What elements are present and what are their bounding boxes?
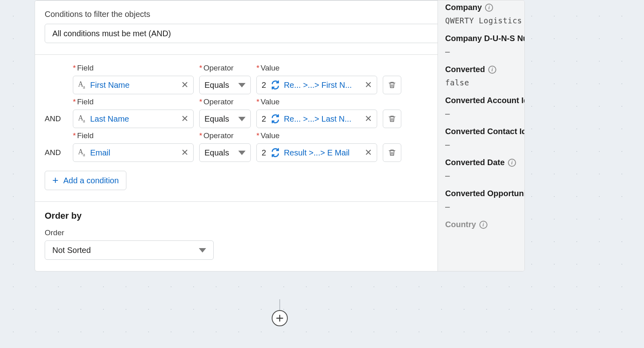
- chevron-down-icon: [238, 151, 246, 155]
- field-value: Email: [90, 148, 110, 157]
- chevron-down-icon: [238, 83, 246, 87]
- loop-icon: [270, 147, 281, 158]
- inspector-property: Converted Opportunit... –: [445, 189, 525, 211]
- property-value: –: [445, 109, 525, 118]
- property-value: –: [445, 140, 525, 149]
- clear-field-icon[interactable]: ✕: [180, 114, 189, 123]
- add-condition-label: Add a condition: [63, 176, 119, 185]
- inspector-property: Converted Account Id i –: [445, 96, 525, 118]
- text-type-icon: Aa: [78, 80, 87, 90]
- property-value: false: [445, 78, 525, 87]
- delete-col: [383, 99, 401, 128]
- field-col: *Field Aa Last Name ✕: [73, 97, 194, 128]
- operator-select[interactable]: Equals: [199, 110, 251, 128]
- clear-value-icon[interactable]: ✕: [364, 114, 373, 123]
- property-label: Company i: [445, 3, 525, 12]
- operator-select[interactable]: Equals: [199, 76, 251, 94]
- property-label: Converted Date i: [445, 158, 525, 167]
- clear-value-icon[interactable]: ✕: [364, 148, 373, 157]
- operator-col: *Operator Equals: [199, 131, 251, 162]
- inspector-property: Converted i false: [445, 65, 525, 87]
- text-type-icon: Aa: [78, 148, 87, 158]
- field-label: *Field: [73, 131, 194, 140]
- property-label: Converted Contact Id i: [445, 127, 525, 136]
- value-path: Result >...> E Mail: [284, 148, 349, 157]
- order-selected: Not Sorted: [52, 246, 91, 255]
- inspector-panel: Company i QWERTY Logistics Company D-U-N…: [438, 0, 525, 271]
- loop-icon: [270, 80, 281, 90]
- value-prefix: 2: [262, 114, 266, 124]
- field-value: Last Name: [90, 114, 129, 124]
- clear-field-icon[interactable]: ✕: [180, 148, 189, 157]
- value-input[interactable]: 2 Re... >...> Last N... ✕: [256, 110, 377, 128]
- value-prefix: 2: [262, 81, 266, 90]
- loop-icon: [270, 114, 281, 124]
- value-input[interactable]: 2 Re... >...> First N... ✕: [256, 76, 377, 94]
- chevron-down-icon: [199, 248, 206, 253]
- property-value: –: [445, 202, 525, 211]
- inspector-property: Converted Contact Id i –: [445, 127, 525, 149]
- property-label: Converted i: [445, 65, 525, 74]
- delete-row-button[interactable]: [383, 76, 401, 94]
- property-value: –: [445, 171, 525, 180]
- operator-label: *Operator: [199, 64, 251, 72]
- filter-card: Conditions to filter the objects All con…: [35, 0, 525, 271]
- chevron-down-icon: [238, 117, 246, 121]
- field-input[interactable]: Aa Email ✕: [73, 143, 194, 162]
- value-label: *Value: [256, 64, 377, 72]
- connector-stem: [279, 299, 280, 311]
- add-node-button[interactable]: [272, 310, 288, 326]
- condition-and-label: [45, 89, 67, 94]
- order-select[interactable]: Not Sorted: [45, 240, 214, 260]
- operator-label: *Operator: [199, 97, 251, 106]
- plus-icon: +: [52, 175, 58, 185]
- operator-value: Equals: [204, 148, 229, 157]
- info-icon[interactable]: i: [479, 221, 487, 229]
- operator-value: Equals: [204, 114, 229, 124]
- operator-label: *Operator: [199, 131, 251, 140]
- value-col: *Value 2 Re... >...> Last N... ✕: [256, 97, 377, 128]
- operator-col: *Operator Equals: [199, 97, 251, 128]
- add-condition-button[interactable]: + Add a condition: [45, 171, 126, 190]
- inspector-property: Country i: [445, 220, 525, 229]
- delete-row-button[interactable]: [383, 143, 401, 162]
- delete-col: [383, 65, 401, 94]
- field-col: *Field Aa Email ✕: [73, 131, 194, 162]
- info-icon[interactable]: i: [485, 4, 493, 12]
- property-label: Company D-U-N-S Nu...: [445, 34, 525, 43]
- operator-select[interactable]: Equals: [199, 143, 251, 162]
- field-input[interactable]: Aa First Name ✕: [73, 76, 194, 94]
- info-icon[interactable]: i: [508, 159, 516, 167]
- value-label: *Value: [256, 97, 377, 106]
- property-value: QWERTY Logistics: [445, 16, 525, 25]
- filter-logic-selected: All conditions must be met (AND): [52, 29, 171, 38]
- value-prefix: 2: [262, 148, 266, 157]
- clear-field-icon[interactable]: ✕: [180, 81, 189, 89]
- operator-col: *Operator Equals: [199, 64, 251, 94]
- value-path: Re... >...> Last N...: [284, 114, 351, 124]
- field-input[interactable]: Aa Last Name ✕: [73, 110, 194, 128]
- field-label: *Field: [73, 64, 194, 72]
- inspector-property: Converted Date i –: [445, 158, 525, 180]
- value-label: *Value: [256, 131, 377, 140]
- property-value: –: [445, 47, 525, 56]
- property-label: Converted Opportunit...: [445, 189, 525, 198]
- condition-and-label: AND: [45, 148, 67, 162]
- value-col: *Value 2 Result >...> E Mail ✕: [256, 131, 377, 162]
- delete-col: [383, 133, 401, 162]
- inspector-property: Company D-U-N-S Nu... –: [445, 34, 525, 56]
- field-col: *Field Aa First Name ✕: [73, 64, 194, 94]
- field-label: *Field: [73, 97, 194, 106]
- condition-and-label: AND: [45, 114, 67, 128]
- delete-row-button[interactable]: [383, 110, 401, 128]
- value-input[interactable]: 2 Result >...> E Mail ✕: [256, 143, 377, 162]
- property-label: Converted Account Id i: [445, 96, 525, 105]
- inspector-property: Company i QWERTY Logistics: [445, 3, 525, 25]
- value-path: Re... >...> First N...: [284, 81, 352, 90]
- text-type-icon: Aa: [78, 114, 87, 124]
- clear-value-icon[interactable]: ✕: [364, 81, 373, 89]
- value-col: *Value 2 Re... >...> First N... ✕: [256, 64, 377, 94]
- property-label: Country i: [445, 220, 525, 229]
- info-icon[interactable]: i: [488, 66, 496, 74]
- field-value: First Name: [90, 81, 130, 90]
